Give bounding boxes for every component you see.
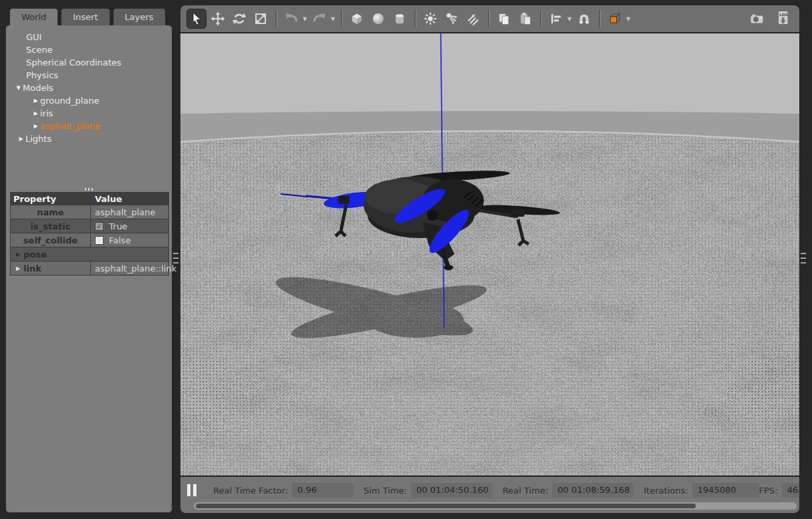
tree-item-ground-plane[interactable]: ground_plane bbox=[6, 94, 172, 107]
undo-menu-caret[interactable] bbox=[301, 16, 308, 22]
spot-light-button[interactable] bbox=[442, 9, 462, 29]
real-time-factor-value: 0.96 bbox=[292, 483, 354, 498]
tab-world[interactable]: World bbox=[9, 8, 58, 25]
paste-button[interactable] bbox=[515, 9, 535, 29]
scale-tool-button[interactable] bbox=[251, 9, 271, 29]
expander-right-icon[interactable] bbox=[17, 136, 25, 142]
screenshot-button[interactable] bbox=[747, 9, 767, 29]
translate-icon bbox=[211, 11, 225, 26]
view-angle-cube-icon bbox=[607, 11, 622, 26]
property-table: Property Value name asphalt_plane is_sta… bbox=[10, 192, 169, 276]
screenshot-camera-icon bbox=[749, 11, 765, 26]
rotate-tool-button[interactable] bbox=[229, 9, 249, 29]
undo-icon bbox=[284, 11, 299, 26]
redo-button[interactable] bbox=[309, 9, 329, 29]
drag-handle[interactable] bbox=[85, 188, 94, 191]
copy-icon bbox=[497, 11, 511, 26]
spot-light-icon bbox=[444, 11, 459, 26]
sphere-shape-icon bbox=[371, 11, 386, 26]
table-row-name[interactable]: name asphalt_plane bbox=[11, 205, 168, 219]
panel-tabs: World Insert Layers bbox=[5, 8, 172, 25]
toolbar: LOG bbox=[180, 5, 799, 33]
scene-3d bbox=[180, 33, 799, 476]
view-angle-button[interactable] bbox=[605, 9, 625, 29]
fps-field: FPS: 46.5101 bbox=[759, 483, 799, 498]
scale-icon bbox=[253, 11, 268, 26]
expander-right-icon[interactable]: ▶ bbox=[16, 251, 20, 257]
property-table-header: Property Value bbox=[11, 193, 168, 205]
rotate-icon bbox=[232, 11, 247, 26]
pause-button[interactable] bbox=[187, 482, 196, 498]
tab-layers[interactable]: Layers bbox=[113, 8, 166, 25]
insert-cylinder-button[interactable] bbox=[390, 9, 410, 29]
paste-icon bbox=[518, 11, 533, 26]
tree-item-gui[interactable]: GUI bbox=[6, 31, 172, 43]
toolbar-right-group: LOG bbox=[747, 9, 793, 29]
iterations-field: Iterations: 1945080 bbox=[644, 483, 759, 498]
redo-menu-caret[interactable] bbox=[329, 16, 336, 22]
toolbar-separator bbox=[540, 10, 541, 27]
expander-right-icon[interactable] bbox=[31, 98, 40, 104]
tab-insert[interactable]: Insert bbox=[61, 8, 110, 25]
expander-right-icon[interactable] bbox=[31, 110, 40, 116]
align-button[interactable] bbox=[546, 9, 566, 29]
table-row-pose[interactable]: ▶pose bbox=[11, 247, 168, 261]
log-record-icon: LOG bbox=[775, 10, 791, 27]
toolbar-separator bbox=[414, 10, 416, 27]
toolbar-separator bbox=[341, 10, 342, 27]
toolbar-separator bbox=[488, 10, 489, 27]
insert-box-button[interactable] bbox=[347, 9, 367, 29]
tree-item-lights[interactable]: Lights bbox=[6, 132, 172, 145]
expander-right-icon[interactable]: ▶ bbox=[16, 266, 20, 272]
insert-sphere-button[interactable] bbox=[368, 9, 388, 29]
copy-button[interactable] bbox=[494, 9, 514, 29]
align-icon bbox=[549, 11, 563, 26]
fps-value: 46.5101 bbox=[782, 483, 799, 498]
undo-button[interactable] bbox=[281, 9, 301, 29]
toolbar-separator bbox=[599, 10, 600, 27]
view-menu-caret[interactable] bbox=[625, 16, 632, 22]
snap-magnet-icon bbox=[577, 11, 591, 26]
horizontal-scrollbar[interactable] bbox=[194, 502, 797, 510]
log-record-button[interactable]: LOG bbox=[773, 9, 793, 29]
left-panel: World Insert Layers GUI Scene Spherical … bbox=[5, 8, 172, 513]
panel-splitter-handle[interactable] bbox=[173, 253, 178, 264]
checkbox-checked-icon[interactable]: ✓ bbox=[95, 222, 104, 231]
right-splitter-handle[interactable] bbox=[801, 253, 806, 264]
real-time-factor-field: Real Time Factor: 0.96 bbox=[213, 483, 354, 498]
translate-tool-button[interactable] bbox=[208, 9, 228, 29]
align-menu-caret[interactable] bbox=[566, 16, 573, 22]
tree-item-spherical-coordinates[interactable]: Spherical Coordinates bbox=[6, 56, 172, 69]
toolbar-separator bbox=[275, 10, 277, 27]
real-time-field: Real Time: 00 01:08:59.168 bbox=[503, 483, 634, 498]
world-panel: GUI Scene Spherical Coordinates Physics … bbox=[5, 25, 172, 513]
scrollbar-thumb[interactable] bbox=[196, 504, 696, 508]
select-tool-button[interactable] bbox=[186, 9, 207, 29]
expander-down-icon[interactable] bbox=[14, 85, 23, 91]
point-light-button[interactable] bbox=[420, 9, 440, 29]
tree-item-scene[interactable]: Scene bbox=[6, 43, 172, 56]
table-row-link[interactable]: ▶link asphalt_plane::link bbox=[11, 261, 168, 275]
sim-time-field: Sim Time: 00 01:04:50.160 bbox=[364, 483, 493, 498]
propeller-hub bbox=[427, 210, 438, 221]
box-shape-icon bbox=[350, 11, 364, 26]
tree-item-physics[interactable]: Physics bbox=[6, 69, 172, 82]
snap-button[interactable] bbox=[574, 9, 594, 29]
iterations-value: 1945080 bbox=[692, 483, 759, 498]
tree-item-models[interactable]: Models bbox=[6, 82, 172, 94]
directional-light-icon bbox=[466, 11, 481, 26]
sim-time-value: 00 01:04:50.160 bbox=[411, 483, 493, 498]
cylinder-shape-icon bbox=[392, 11, 407, 26]
directional-light-button[interactable] bbox=[463, 9, 483, 29]
statusbar: Real Time Factor: 0.96 Sim Time: 00 01:0… bbox=[180, 476, 799, 513]
table-row-is-static[interactable]: is_static ✓ True bbox=[11, 219, 168, 233]
checkbox-unchecked-icon[interactable] bbox=[95, 236, 104, 245]
tree-item-iris[interactable]: iris bbox=[6, 107, 172, 120]
point-light-icon bbox=[423, 11, 438, 26]
scene-tree: GUI Scene Spherical Coordinates Physics … bbox=[6, 25, 172, 145]
table-row-self-collide[interactable]: self_collide False bbox=[11, 233, 168, 247]
svg-text:LOG: LOG bbox=[779, 13, 788, 17]
tree-item-asphalt-plane[interactable]: asphalt_plane bbox=[6, 120, 172, 132]
render-viewport[interactable] bbox=[180, 33, 799, 476]
expander-right-icon[interactable] bbox=[31, 123, 40, 129]
